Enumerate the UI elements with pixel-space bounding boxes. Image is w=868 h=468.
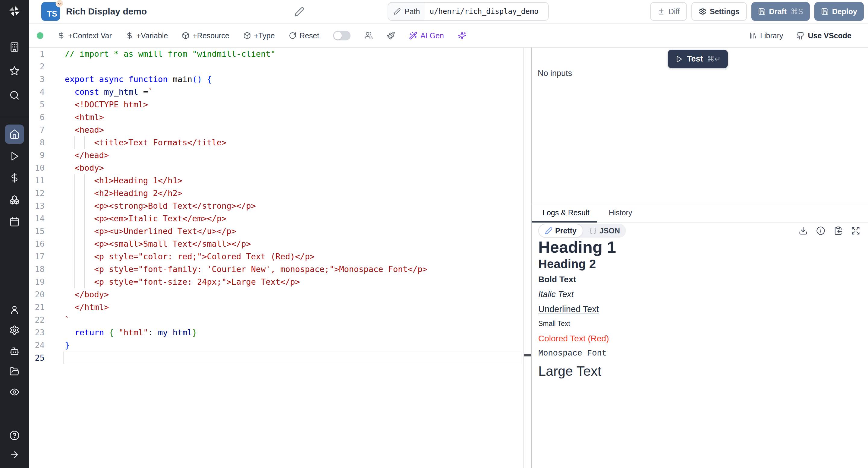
splitter-drag-handle[interactable] bbox=[524, 354, 531, 356]
code-line[interactable]: 9 </head> bbox=[29, 149, 523, 162]
schedules-calendar-icon[interactable] bbox=[9, 216, 20, 227]
code-line[interactable]: 15 <p><u>Underlined Text</u></p> bbox=[29, 225, 523, 238]
code-line[interactable]: 20 </body> bbox=[29, 288, 523, 301]
line-number: 6 bbox=[29, 111, 44, 124]
search-icon[interactable] bbox=[9, 90, 20, 100]
workspace-building-icon[interactable] bbox=[9, 42, 20, 52]
library-button[interactable]: Library bbox=[749, 31, 783, 40]
code-line[interactable]: 12 <h2>Heading 2</h2> bbox=[29, 187, 523, 200]
result-item-italic: Italic Text bbox=[538, 289, 865, 299]
deploy-button[interactable]: Deploy bbox=[814, 2, 864, 21]
add-type-button[interactable]: +Type bbox=[243, 31, 275, 40]
code-line[interactable]: 14 <p><em>Italic Text</em></p> bbox=[29, 212, 523, 225]
sparkles-button[interactable] bbox=[458, 31, 466, 40]
result-item-bold: Bold Text bbox=[538, 274, 865, 285]
path-value-box[interactable]: u/henri/rich_display_demo bbox=[425, 3, 548, 20]
draft-button[interactable]: Draft ⌘S bbox=[751, 2, 810, 21]
code-line[interactable]: 21 </html> bbox=[29, 301, 523, 314]
windmill-logo-icon[interactable] bbox=[8, 4, 21, 18]
settings-button[interactable]: Settings bbox=[691, 2, 747, 21]
pen-icon bbox=[545, 227, 553, 235]
add-resource-button[interactable]: +Resource bbox=[182, 31, 229, 40]
code-line[interactable]: 13 <p><strong>Bold Text</strong></p> bbox=[29, 200, 523, 212]
tab-logs-result[interactable]: Logs & Result bbox=[536, 203, 595, 222]
result-item-small: Small Text bbox=[538, 319, 865, 328]
format-code-button[interactable] bbox=[387, 31, 395, 40]
add-resource-label: +Resource bbox=[193, 31, 229, 40]
tab-history[interactable]: History bbox=[603, 203, 638, 222]
test-shortcut: ⌘↵ bbox=[707, 55, 721, 63]
test-button[interactable]: Test ⌘↵ bbox=[668, 50, 728, 68]
audit-eye-icon[interactable] bbox=[9, 387, 20, 397]
reset-button[interactable]: Reset bbox=[289, 31, 319, 40]
save-icon bbox=[758, 7, 766, 16]
draft-shortcut: ⌘S bbox=[790, 7, 803, 16]
rendered-result: Heading 1Heading 2Bold TextItalic TextUn… bbox=[538, 238, 865, 468]
expand-result-icon[interactable] bbox=[850, 225, 861, 236]
diff-button[interactable]: Diff bbox=[650, 2, 687, 21]
code-line[interactable]: 4 const my_html =` bbox=[29, 86, 523, 98]
pretty-view-button[interactable]: Pretty bbox=[538, 224, 583, 238]
result-view-toolbar: Pretty JSON bbox=[532, 223, 868, 238]
resources-boxes-icon[interactable] bbox=[9, 195, 20, 205]
sidebar-item-home[interactable] bbox=[5, 124, 24, 144]
code-lines: 1// import * as wmill from "windmill-cli… bbox=[29, 48, 523, 364]
code-line[interactable]: 8 <title>Text Formats</title> bbox=[29, 136, 523, 149]
code-line[interactable]: 6 <html> bbox=[29, 111, 523, 124]
code-text: // import * as wmill from "windmill-clie… bbox=[44, 48, 276, 60]
line-number: 10 bbox=[29, 162, 44, 174]
code-line[interactable]: 23 return { "html": my_html} bbox=[29, 326, 523, 339]
code-text: <p><em>Italic Text</em></p> bbox=[44, 212, 226, 225]
play-icon bbox=[675, 55, 683, 63]
settings-gear-icon[interactable] bbox=[9, 325, 20, 335]
runs-play-icon[interactable] bbox=[9, 151, 20, 161]
code-line[interactable]: 24} bbox=[29, 339, 523, 352]
code-line[interactable]: 2 bbox=[29, 60, 523, 73]
code-line[interactable]: 19 <p style="font-size: 24px;">Large Tex… bbox=[29, 275, 523, 288]
edit-pencil-icon[interactable] bbox=[294, 7, 304, 17]
user-icon[interactable] bbox=[9, 304, 20, 315]
folders-icon[interactable] bbox=[9, 367, 20, 377]
json-view-button[interactable]: JSON bbox=[583, 227, 626, 235]
download-result-icon[interactable] bbox=[798, 225, 809, 236]
line-number: 19 bbox=[29, 275, 44, 288]
toggle-knob bbox=[334, 32, 342, 39]
add-context-var-button[interactable]: +Context Var bbox=[57, 31, 112, 40]
ai-gen-button[interactable]: AI Gen bbox=[409, 31, 444, 40]
panel-splitter[interactable] bbox=[523, 48, 532, 468]
code-line[interactable]: 18 <p style="font-family: 'Courier New',… bbox=[29, 263, 523, 275]
info-icon[interactable] bbox=[815, 225, 827, 236]
code-line[interactable]: 17 <p style="color: red;">Colored Text (… bbox=[29, 250, 523, 263]
code-line[interactable]: 16 <p><small>Small Text</small></p> bbox=[29, 238, 523, 250]
code-line[interactable]: 3export async function main() { bbox=[29, 73, 523, 86]
code-line[interactable]: 7 <head> bbox=[29, 124, 523, 136]
variables-dollar-icon[interactable] bbox=[9, 173, 20, 183]
code-line[interactable]: 1// import * as wmill from "windmill-cli… bbox=[29, 48, 523, 60]
help-icon[interactable] bbox=[9, 430, 20, 441]
expand-sidebar-arrow-icon[interactable] bbox=[9, 449, 20, 460]
workers-bot-icon[interactable] bbox=[9, 346, 20, 356]
line-number: 2 bbox=[29, 60, 44, 73]
code-editor[interactable]: 1// import * as wmill from "windmill-cli… bbox=[29, 48, 523, 468]
result-item-large: Large Text bbox=[538, 363, 865, 379]
no-inputs-text: No inputs bbox=[538, 69, 572, 78]
code-line[interactable]: 11 <h1>Heading 1</h1> bbox=[29, 174, 523, 187]
library-books-icon bbox=[749, 32, 757, 39]
line-number: 23 bbox=[29, 326, 44, 339]
ai-gen-label: AI Gen bbox=[421, 31, 444, 40]
add-variable-button[interactable]: +Variable bbox=[126, 31, 168, 40]
copy-to-clipboard-icon[interactable] bbox=[832, 225, 844, 236]
code-line[interactable]: 22` bbox=[29, 314, 523, 326]
editor-toolbar: +Context Var +Variable +Resource +Type R… bbox=[29, 24, 868, 48]
use-vscode-button[interactable]: Use VScode bbox=[796, 31, 851, 40]
code-text: <p style="color: red;">Colored Text (Red… bbox=[44, 250, 315, 263]
code-line[interactable]: 10 <body> bbox=[29, 162, 523, 174]
line-number: 13 bbox=[29, 200, 44, 212]
script-path-field[interactable]: Path u/henri/rich_display_demo bbox=[388, 2, 549, 21]
multiplayer-users-button[interactable] bbox=[364, 31, 373, 40]
magic-wand-icon bbox=[409, 31, 417, 40]
code-line[interactable]: 5 <!DOCTYPE html> bbox=[29, 98, 523, 111]
multiplayer-toggle[interactable] bbox=[333, 31, 350, 40]
result-item-mono: Monospace Font bbox=[538, 348, 865, 358]
favorites-star-icon[interactable] bbox=[9, 66, 20, 76]
